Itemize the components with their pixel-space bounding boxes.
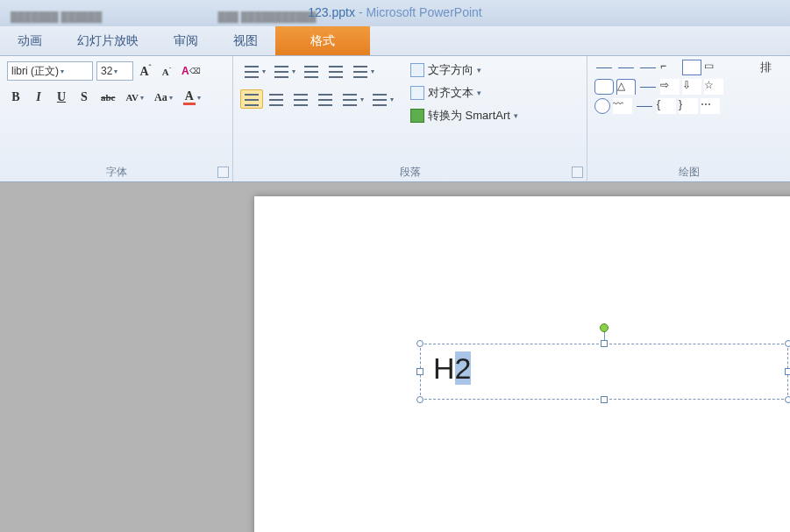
convert-smartart-label: 转换为 SmartArt (428, 108, 510, 124)
group-paragraph-label: 段落 (240, 163, 580, 180)
resize-handle-w[interactable] (416, 368, 423, 375)
align-left-button[interactable] (240, 89, 263, 109)
shape-brace-l-icon[interactable]: { (657, 98, 676, 114)
align-right-button[interactable] (289, 89, 312, 109)
selected-textbox[interactable]: H2 (420, 344, 788, 400)
group-font-label: 字体 (7, 163, 225, 180)
align-text-icon (410, 86, 424, 100)
window-title: 123.pptx - Microsoft PowerPoint (0, 0, 790, 25)
font-size-combo[interactable]: 32 (96, 61, 133, 81)
char-spacing-button[interactable]: AV (124, 88, 146, 107)
resize-handle-n[interactable] (601, 340, 608, 347)
resize-handle-se[interactable] (785, 396, 790, 403)
columns-button[interactable] (368, 89, 396, 109)
group-paragraph: 文字方向 ▾ 对齐文本 ▾ 转换为 SmartArt ▾ 段落 (233, 56, 587, 181)
smartart-icon (410, 109, 424, 123)
group-font: libri (正文) 32 Aˆ Aˇ A⌫ B I U S abc AV Aa… (0, 56, 233, 181)
increase-indent-button[interactable] (324, 61, 347, 81)
group-drawing-label: 绘图 (594, 163, 783, 180)
shape-freeform-icon[interactable] (635, 98, 654, 114)
shape-line-icon[interactable] (594, 60, 614, 75)
group-drawing: ⌐ ▭ △ ⇨ ⇩ ☆ 〰 { } ⋯ (587, 56, 790, 181)
tab-review[interactable]: 审阅 (156, 26, 216, 55)
change-case-button[interactable]: Aa (152, 88, 175, 107)
bold-button[interactable]: B (7, 88, 25, 107)
shape-connector-icon[interactable]: ⌐ (660, 60, 680, 75)
slide-canvas[interactable]: H2 (254, 196, 790, 532)
ribbon-tabs: 动画 幻灯片放映 审阅 视图 格式 (0, 26, 790, 56)
line-spacing-button[interactable] (349, 61, 377, 81)
align-text-button[interactable]: 对齐文本 ▾ (407, 82, 522, 103)
distribute-button[interactable] (338, 89, 367, 109)
align-text-label: 对齐文本 (428, 85, 473, 101)
justify-button[interactable] (314, 89, 337, 109)
tab-view[interactable]: 视图 (216, 26, 275, 55)
shape-arrow-icon[interactable]: ⇨ (660, 79, 680, 95)
background-window-tab-2: ███ ███████████ (207, 7, 326, 26)
tab-slideshow[interactable]: 幻灯片放映 (60, 26, 156, 55)
textbox-content[interactable]: H2 (421, 344, 787, 393)
resize-handle-sw[interactable] (416, 396, 423, 403)
shape-arrow-line-icon[interactable] (638, 60, 658, 75)
arrange-button-partial[interactable]: 排 (749, 60, 783, 75)
shape-rect-icon[interactable] (682, 60, 701, 75)
shape-curve-icon[interactable]: 〰 (613, 98, 632, 114)
grow-font-button[interactable]: Aˆ (137, 61, 154, 81)
app-name: Microsoft PowerPoint (366, 5, 481, 19)
clear-formatting-button[interactable]: A⌫ (179, 61, 203, 81)
resize-handle-ne[interactable] (785, 340, 790, 347)
underline-button[interactable]: U (53, 88, 70, 107)
font-name-combo[interactable]: libri (正文) (7, 61, 93, 81)
font-color-button[interactable]: A (181, 88, 203, 107)
resize-handle-nw[interactable] (416, 340, 423, 347)
align-center-button[interactable] (265, 89, 288, 109)
shape-circle-icon[interactable] (594, 98, 610, 114)
resize-handle-s[interactable] (601, 396, 608, 403)
shape-brace-r-icon[interactable]: } (679, 98, 698, 114)
bullets-button[interactable] (240, 61, 268, 81)
text-direction-icon (410, 63, 424, 77)
text-plain: H (433, 351, 455, 385)
strikethrough-button[interactable]: abc (98, 88, 118, 107)
tab-format-contextual[interactable]: 格式 (275, 26, 370, 55)
numbering-button[interactable] (270, 61, 298, 81)
shape-arrow2-icon[interactable]: ⇩ (682, 79, 701, 95)
paragraph-dialog-launcher[interactable] (572, 167, 583, 178)
font-dialog-launcher[interactable] (217, 167, 229, 178)
tab-animation[interactable]: 动画 (0, 26, 60, 55)
tab-format-label: 格式 (275, 26, 370, 55)
shape-star-icon[interactable]: ☆ (704, 79, 723, 95)
shrink-font-button[interactable]: Aˇ (158, 61, 175, 81)
text-direction-button[interactable]: 文字方向 ▾ (407, 60, 522, 81)
shape-roundrect-icon[interactable] (594, 79, 614, 95)
text-selected: 2 (455, 351, 472, 385)
convert-smartart-button[interactable]: 转换为 SmartArt ▾ (407, 105, 522, 126)
background-window-tab: ███████ ██████ (0, 7, 112, 26)
ribbon: libri (正文) 32 Aˆ Aˇ A⌫ B I U S abc AV Aa… (0, 56, 790, 182)
shapes-gallery[interactable]: ⌐ ▭ △ ⇨ ⇩ ☆ 〰 { } ⋯ (594, 60, 744, 114)
decrease-indent-button[interactable] (300, 61, 323, 81)
text-shadow-button[interactable]: S (75, 88, 93, 107)
shape-more-icon[interactable]: ⋯ (701, 98, 720, 114)
rotation-handle[interactable] (600, 323, 609, 332)
text-direction-label: 文字方向 (428, 62, 473, 78)
title-bar: ███████ ██████ ███ ███████████ 123.pptx … (0, 0, 790, 26)
shape-line2-icon[interactable] (616, 60, 636, 75)
slide-workspace[interactable]: H2 (0, 182, 790, 532)
shape-line3-icon[interactable] (638, 79, 658, 95)
shape-textbox-icon[interactable]: ▭ (704, 60, 723, 75)
shape-triangle-icon[interactable]: △ (616, 79, 636, 95)
resize-handle-e[interactable] (785, 368, 790, 375)
italic-button[interactable]: I (30, 88, 47, 107)
